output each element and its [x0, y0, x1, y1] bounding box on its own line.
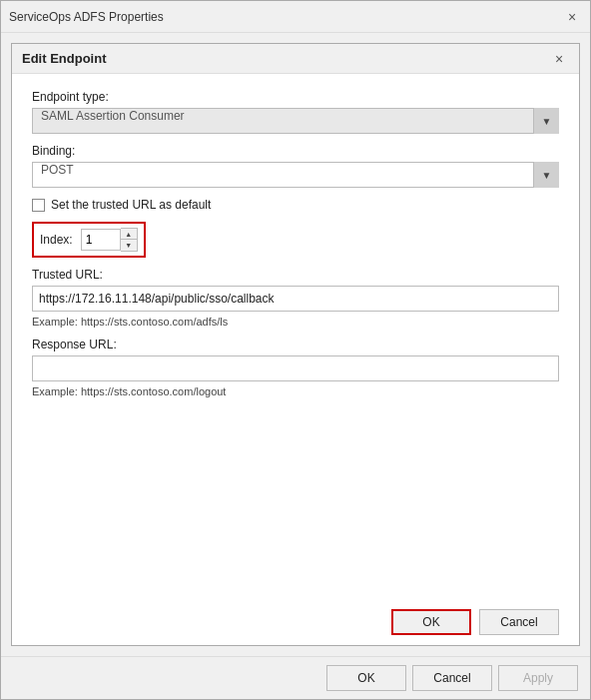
- response-url-field: Response URL: Example: https://sts.conto…: [32, 338, 559, 397]
- index-field-row: Index: ▲ ▼: [32, 222, 146, 258]
- outer-close-button[interactable]: ×: [562, 7, 582, 27]
- trusted-url-label: Trusted URL:: [32, 268, 559, 282]
- response-url-input[interactable]: [32, 355, 559, 381]
- binding-field: Binding: POST ▼: [32, 144, 559, 188]
- inner-dialog-close-button[interactable]: ×: [549, 49, 569, 69]
- binding-label: Binding:: [32, 144, 559, 158]
- inner-ok-button[interactable]: OK: [391, 609, 471, 635]
- trusted-url-default-label: Set the trusted URL as default: [51, 198, 211, 212]
- outer-window-title: ServiceOps ADFS Properties: [9, 10, 164, 24]
- endpoint-type-dropdown[interactable]: SAML Assertion Consumer: [32, 108, 559, 134]
- outer-ok-button[interactable]: OK: [326, 665, 406, 691]
- binding-dropdown-wrapper: POST ▼: [32, 162, 559, 188]
- index-spinner-down-button[interactable]: ▼: [121, 240, 137, 251]
- endpoint-type-label: Endpoint type:: [32, 90, 559, 104]
- trusted-url-example: Example: https://sts.contoso.com/adfs/ls: [32, 316, 559, 328]
- trusted-url-default-row: Set the trusted URL as default: [32, 198, 559, 212]
- outer-footer: OK Cancel Apply: [1, 656, 590, 699]
- trusted-url-default-checkbox[interactable]: [32, 199, 45, 212]
- outer-apply-button[interactable]: Apply: [498, 665, 578, 691]
- endpoint-type-field: Endpoint type: SAML Assertion Consumer ▼: [32, 90, 559, 134]
- response-url-example: Example: https://sts.contoso.com/logout: [32, 385, 559, 397]
- index-spinner-buttons: ▲ ▼: [121, 228, 138, 252]
- inner-dialog: Edit Endpoint × Endpoint type: SAML Asse…: [11, 43, 580, 646]
- inner-dialog-titlebar: Edit Endpoint ×: [12, 44, 579, 74]
- index-label: Index:: [40, 233, 73, 247]
- endpoint-type-dropdown-wrapper: SAML Assertion Consumer ▼: [32, 108, 559, 134]
- inner-cancel-button[interactable]: Cancel: [479, 609, 559, 635]
- inner-dialog-title: Edit Endpoint: [22, 51, 106, 66]
- index-spinner: ▲ ▼: [81, 228, 138, 252]
- index-input[interactable]: [81, 229, 121, 251]
- inner-dialog-body: Endpoint type: SAML Assertion Consumer ▼…: [12, 74, 579, 599]
- inner-dialog-footer: OK Cancel: [12, 599, 579, 645]
- trusted-url-input[interactable]: [32, 286, 559, 312]
- binding-dropdown[interactable]: POST: [32, 162, 559, 188]
- trusted-url-field: Trusted URL: Example: https://sts.contos…: [32, 268, 559, 328]
- outer-content: Edit Endpoint × Endpoint type: SAML Asse…: [1, 33, 590, 656]
- outer-titlebar: ServiceOps ADFS Properties ×: [1, 1, 590, 33]
- index-spinner-up-button[interactable]: ▲: [121, 229, 137, 240]
- outer-cancel-button[interactable]: Cancel: [412, 665, 492, 691]
- response-url-label: Response URL:: [32, 338, 559, 351]
- outer-window: ServiceOps ADFS Properties × Edit Endpoi…: [0, 0, 591, 700]
